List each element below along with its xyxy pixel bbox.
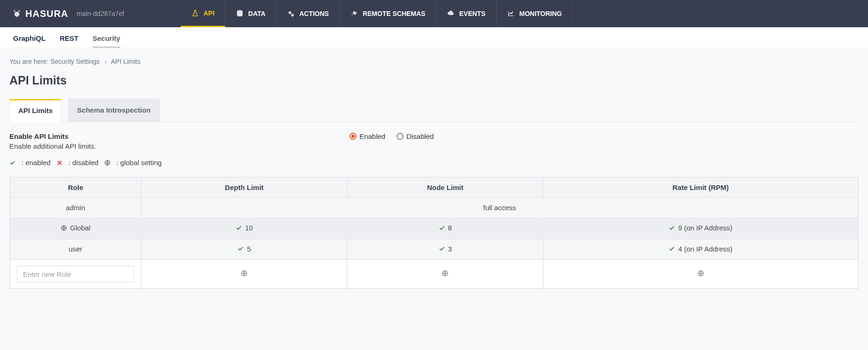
sub-nav: GraphiQL REST Security <box>0 27 868 48</box>
nav-api-label: API <box>204 9 214 17</box>
nav-api[interactable]: API <box>181 0 225 27</box>
cell-rate <box>543 259 858 289</box>
cloud-icon <box>447 10 455 17</box>
check-icon <box>237 245 244 252</box>
enable-title: Enable API Limits <box>9 132 96 140</box>
plug-icon <box>350 10 358 17</box>
brand-name: HASURA <box>25 8 69 19</box>
th-rate: Rate Limit (RPM) <box>543 177 858 198</box>
tab-schema-introspection[interactable]: Schema Introspection <box>68 99 160 122</box>
limits-table: Role Depth Limit Node Limit Rate Limit (… <box>9 177 859 289</box>
cell-rate: 4 (on IP Address) <box>543 239 858 260</box>
top-nav: HASURA main-dd287a7ef API DATA ACTIONS <box>0 0 868 27</box>
nav-actions-label: ACTIONS <box>299 10 329 17</box>
tab-api-limits[interactable]: API Limits <box>9 99 61 122</box>
globe-icon <box>442 270 449 278</box>
radio-enabled-label: Enabled <box>359 132 385 140</box>
nav-monitoring-label: MONITORING <box>519 10 562 17</box>
nav-data[interactable]: DATA <box>225 0 276 27</box>
nav-actions[interactable]: ACTIONS <box>276 0 340 27</box>
breadcrumb-api-limits: API Limits <box>111 58 140 65</box>
table-row-admin[interactable]: admin full access <box>10 198 858 218</box>
check-icon <box>439 245 445 252</box>
cell-node: 3 <box>347 239 543 260</box>
table-row-user[interactable]: user 5 3 4 (on IP Address <box>10 239 858 260</box>
globe-icon <box>241 270 248 278</box>
cell-role: admin <box>10 198 141 218</box>
breadcrumb-security-settings[interactable]: Security Settings <box>50 58 99 65</box>
cell-depth: 10 <box>141 218 347 239</box>
enable-section: Enable API Limits Enable additional API … <box>9 122 859 159</box>
radio-icon <box>396 133 404 140</box>
legend-disabled: : disabled <box>69 159 99 167</box>
globe-icon <box>697 270 704 278</box>
page-title: API Limits <box>9 74 859 87</box>
cell-role-label: Global <box>70 224 90 232</box>
nav-remote-schemas-label: REMOTE SCHEMAS <box>363 10 426 17</box>
radio-enabled[interactable]: Enabled <box>350 132 385 140</box>
chart-icon <box>507 10 515 17</box>
globe-icon <box>104 160 111 166</box>
subnav-security[interactable]: Security <box>92 34 120 48</box>
nav-events-label: EVENTS <box>459 10 486 17</box>
cell-node: 8 <box>347 218 543 239</box>
cell-role: Global <box>10 218 141 239</box>
legend: : enabled : disabled : global setting <box>9 159 859 167</box>
cell-depth: 5 <box>141 239 347 260</box>
nav-data-label: DATA <box>248 10 266 17</box>
legend-enabled: : enabled <box>22 159 51 167</box>
cell-rate: 9 (on IP Address) <box>543 218 858 239</box>
check-icon <box>669 245 675 252</box>
check-icon <box>236 225 242 231</box>
th-node: Node Limit <box>347 177 543 198</box>
th-depth: Depth Limit <box>141 177 347 198</box>
nav-monitoring[interactable]: MONITORING <box>496 0 573 27</box>
breadcrumb: You are here: Security Settings › API Li… <box>9 58 859 65</box>
hasura-logo-icon <box>13 10 21 17</box>
cell-full-access: full access <box>141 198 858 218</box>
brand: HASURA main-dd287a7ef <box>0 8 124 19</box>
check-icon <box>439 225 445 231</box>
svg-point-2 <box>289 12 291 14</box>
check-icon <box>669 225 675 231</box>
check-icon <box>9 160 16 166</box>
radio-disabled[interactable]: Disabled <box>396 132 434 140</box>
top-nav-items: API DATA ACTIONS REMOTE SCHEMAS EVENTS <box>181 0 573 27</box>
radio-disabled-label: Disabled <box>406 132 434 140</box>
radio-icon <box>350 133 357 140</box>
inner-tabs: API Limits Schema Introspection <box>9 99 859 122</box>
breadcrumb-prefix: You are here: <box>9 58 49 65</box>
new-role-input[interactable] <box>17 266 134 282</box>
cross-icon <box>56 160 63 166</box>
cell-depth <box>141 259 347 289</box>
svg-point-3 <box>291 14 293 16</box>
gears-icon <box>287 10 295 17</box>
content-area: You are here: Security Settings › API Li… <box>0 48 868 298</box>
cell-role: user <box>10 239 141 260</box>
table-row-new <box>10 259 858 289</box>
brand-version: main-dd287a7ef <box>77 10 124 17</box>
subnav-rest[interactable]: REST <box>60 34 78 48</box>
globe-icon <box>61 225 67 231</box>
legend-global: : global setting <box>116 159 162 167</box>
nav-remote-schemas[interactable]: REMOTE SCHEMAS <box>340 0 436 27</box>
subnav-graphiql[interactable]: GraphiQL <box>13 34 46 48</box>
nav-events[interactable]: EVENTS <box>436 0 496 27</box>
cell-node <box>347 259 543 289</box>
enable-desc: Enable additional API limits. <box>9 142 96 150</box>
chevron-right-icon: › <box>104 58 107 65</box>
cell-new-role <box>10 259 141 289</box>
database-icon <box>236 10 244 17</box>
th-role: Role <box>10 177 141 198</box>
flask-icon <box>191 9 199 17</box>
table-row-global[interactable]: Global 10 8 <box>10 218 858 239</box>
